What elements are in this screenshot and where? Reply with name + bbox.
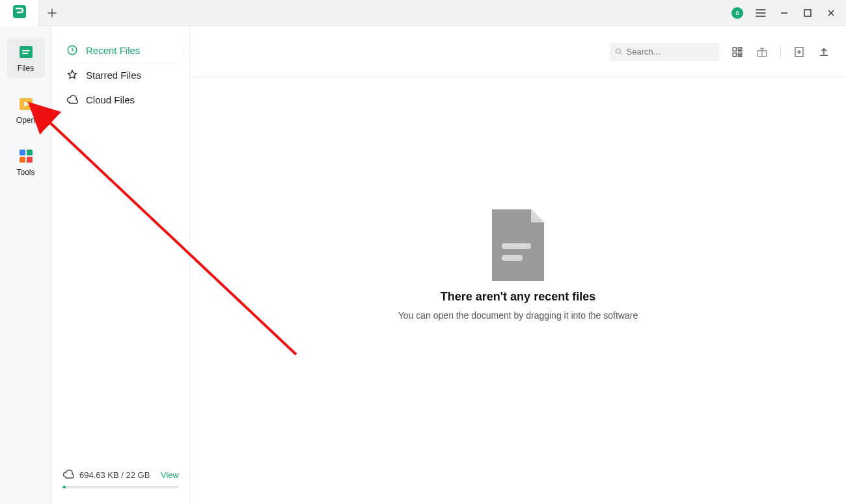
storage-progress bbox=[62, 486, 179, 488]
svg-rect-20 bbox=[502, 243, 531, 249]
svg-rect-12 bbox=[733, 47, 736, 51]
hamburger-icon bbox=[756, 8, 766, 18]
cloud-icon bbox=[66, 94, 78, 105]
main-content: There aren't any recent files You can op… bbox=[190, 26, 846, 504]
sidebar-categories: Recent Files Starred Files Cloud Files 6… bbox=[52, 26, 190, 504]
cat-label-cloud: Cloud Files bbox=[86, 94, 135, 105]
empty-doc-icon bbox=[489, 209, 547, 284]
clock-icon bbox=[66, 44, 78, 56]
storage-progress-fill bbox=[62, 486, 66, 488]
empty-state: There aren't any recent files You can op… bbox=[190, 52, 846, 478]
nav-item-tools[interactable]: Tools bbox=[7, 142, 45, 182]
avatar[interactable]: a bbox=[731, 7, 743, 19]
nav-label-open: Open bbox=[16, 116, 35, 125]
maximize-button[interactable] bbox=[802, 7, 813, 19]
svg-rect-13 bbox=[739, 47, 742, 49]
storage-usage-text: 694.63 KB / 22 GB bbox=[79, 470, 150, 480]
svg-rect-9 bbox=[27, 157, 33, 163]
svg-rect-14 bbox=[739, 50, 742, 51]
avatar-initial: a bbox=[735, 9, 739, 16]
app-body: Files Open Tools Rec bbox=[0, 26, 846, 504]
empty-title: There aren't any recent files bbox=[441, 290, 595, 304]
app-logo-icon bbox=[12, 4, 27, 22]
tools-icon bbox=[17, 147, 35, 165]
titlebar: a bbox=[0, 0, 846, 26]
storage-view-link[interactable]: View bbox=[161, 470, 179, 480]
empty-subtitle: You can open the document by dragging it… bbox=[398, 310, 638, 321]
plus-icon bbox=[48, 8, 57, 18]
svg-rect-3 bbox=[22, 50, 30, 51]
cat-item-recent[interactable]: Recent Files bbox=[59, 38, 183, 62]
close-button[interactable] bbox=[825, 7, 837, 19]
svg-rect-21 bbox=[502, 255, 523, 261]
app-tab[interactable] bbox=[0, 0, 39, 26]
cat-item-starred[interactable]: Starred Files bbox=[59, 62, 183, 87]
svg-rect-7 bbox=[27, 150, 33, 155]
sidebar-nav: Files Open Tools bbox=[0, 26, 52, 504]
nav-item-files[interactable]: Files bbox=[7, 38, 45, 78]
svg-rect-1 bbox=[804, 10, 811, 16]
cat-label-starred: Starred Files bbox=[86, 70, 141, 81]
svg-rect-4 bbox=[22, 53, 28, 54]
svg-rect-8 bbox=[20, 157, 25, 163]
nav-label-files: Files bbox=[18, 64, 34, 73]
new-tab-button[interactable] bbox=[39, 0, 65, 26]
minimize-button[interactable] bbox=[778, 7, 790, 19]
star-icon bbox=[66, 69, 78, 81]
titlebar-right: a bbox=[731, 7, 846, 19]
files-icon bbox=[17, 43, 35, 61]
close-icon bbox=[827, 9, 835, 17]
storage-bar: 694.63 KB / 22 GB View bbox=[59, 468, 183, 497]
nav-item-open[interactable]: Open bbox=[7, 90, 45, 130]
maximize-icon bbox=[804, 9, 812, 17]
cloud-storage-icon bbox=[62, 468, 74, 482]
cat-item-cloud[interactable]: Cloud Files bbox=[59, 87, 183, 112]
hamburger-menu-button[interactable] bbox=[755, 7, 767, 19]
svg-rect-2 bbox=[20, 46, 33, 58]
svg-rect-6 bbox=[20, 150, 25, 155]
nav-label-tools: Tools bbox=[16, 168, 34, 177]
minimize-icon bbox=[780, 8, 789, 18]
titlebar-left bbox=[0, 0, 65, 25]
open-icon bbox=[17, 95, 35, 113]
cat-label-recent: Recent Files bbox=[86, 45, 140, 56]
